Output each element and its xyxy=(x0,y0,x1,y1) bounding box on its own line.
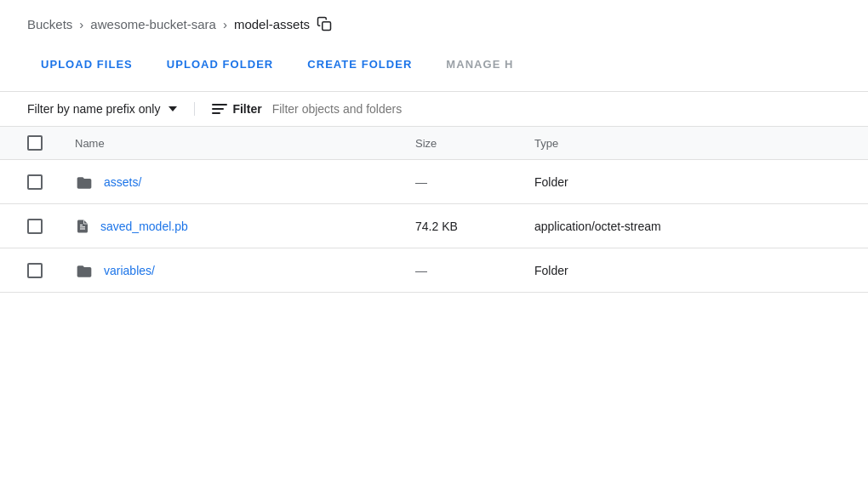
manage-button[interactable]: MANAGE H xyxy=(432,51,527,77)
create-folder-button[interactable]: CREATE FOLDER xyxy=(294,51,425,77)
row-name-cell-2: saved_model.pb xyxy=(75,217,415,236)
filter-dropdown-label: Filter by name prefix only xyxy=(27,102,160,116)
table-row: saved_model.pb 74.2 KB application/octet… xyxy=(0,204,868,248)
row-name-3[interactable]: variables/ xyxy=(104,264,155,277)
row-type-cell-1: Folder xyxy=(534,175,790,189)
row-name-cell-1: assets/ xyxy=(75,174,415,190)
folder-icon-1 xyxy=(75,174,94,190)
filter-dropdown[interactable]: Filter by name prefix only xyxy=(27,102,195,116)
row-checkbox-1[interactable] xyxy=(27,174,43,190)
row-size-cell-2: 74.2 KB xyxy=(415,220,534,233)
breadcrumb-bucket-name[interactable]: awesome-bucket-sara xyxy=(90,17,216,31)
breadcrumb-sep-1: › xyxy=(79,17,83,31)
table-header: Name Size Type xyxy=(0,127,868,160)
files-table: Name Size Type assets/ — Folder xyxy=(0,127,868,293)
copy-path-icon[interactable] xyxy=(317,15,332,32)
svg-rect-0 xyxy=(323,22,331,31)
breadcrumb: Buckets › awesome-bucket-sara › model-as… xyxy=(0,0,868,44)
row-name-1[interactable]: assets/ xyxy=(104,175,141,189)
filter-bar: Filter by name prefix only Filter xyxy=(0,92,868,127)
row-checkbox-cell-1 xyxy=(27,174,75,190)
upload-files-button[interactable]: UPLOAD FILES xyxy=(27,51,146,77)
chevron-down-icon xyxy=(168,106,177,111)
row-checkbox-3[interactable] xyxy=(27,263,43,278)
table-row: assets/ — Folder xyxy=(0,160,868,204)
breadcrumb-buckets[interactable]: Buckets xyxy=(27,17,72,31)
breadcrumb-current: model-assets xyxy=(234,17,310,31)
row-type-cell-3: Folder xyxy=(534,264,790,277)
col-type: Type xyxy=(534,137,790,150)
filter-input[interactable] xyxy=(272,102,841,116)
filter-button[interactable]: Filter xyxy=(212,102,261,116)
filter-button-label: Filter xyxy=(232,102,261,116)
breadcrumb-sep-2: › xyxy=(223,17,227,31)
table-row: variables/ — Folder xyxy=(0,248,868,293)
row-size-cell-3: — xyxy=(415,264,534,277)
filter-lines-icon xyxy=(212,104,227,114)
file-icon-2 xyxy=(75,217,90,236)
row-name-2[interactable]: saved_model.pb xyxy=(100,220,188,233)
upload-folder-button[interactable]: UPLOAD FOLDER xyxy=(153,51,287,77)
row-checkbox-cell-2 xyxy=(27,219,75,234)
col-name: Name xyxy=(75,137,415,150)
toolbar: UPLOAD FILES UPLOAD FOLDER CREATE FOLDER… xyxy=(0,44,868,91)
row-type-cell-2: application/octet-stream xyxy=(534,220,790,233)
row-name-cell-3: variables/ xyxy=(75,263,415,278)
folder-icon-3 xyxy=(75,263,94,278)
row-checkbox-cell-3 xyxy=(27,263,75,278)
col-size: Size xyxy=(415,137,534,150)
row-size-cell-1: — xyxy=(415,175,534,189)
row-checkbox-2[interactable] xyxy=(27,219,43,234)
col-checkbox xyxy=(27,135,75,151)
select-all-checkbox[interactable] xyxy=(27,135,43,151)
